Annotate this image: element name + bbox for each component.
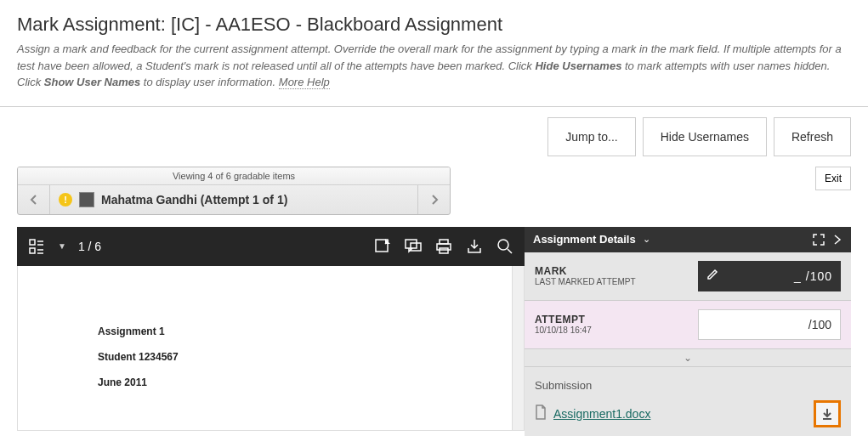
doc-line-2: Student 1234567 (98, 351, 432, 363)
submission-block: Submission Assignment1.docx (525, 367, 851, 436)
download-file-button[interactable] (814, 400, 841, 427)
attempt-input[interactable] (698, 309, 841, 340)
expand-icon[interactable] (812, 233, 825, 246)
avatar (79, 192, 94, 207)
svg-point-12 (498, 240, 508, 250)
hide-usernames-button[interactable]: Hide Usernames (643, 117, 767, 156)
file-icon (535, 405, 547, 423)
attempt-row: ATTEMPT 10/10/18 16:47 (525, 301, 851, 349)
annotate-icon[interactable] (373, 237, 392, 256)
pager-box: Viewing 4 of 6 gradable items ! Mahatma … (17, 167, 451, 215)
side-title-caret-icon[interactable]: ⌄ (643, 234, 650, 245)
doc-toolbar: ▼ 1 / 6 (17, 227, 525, 266)
page-title: Mark Assignment: [IC] - AA1ESO - Blackbo… (17, 14, 851, 36)
file-link[interactable]: Assignment1.docx (553, 407, 650, 421)
next-arrow-icon[interactable] (417, 185, 450, 214)
side-panel: Assignment Details ⌄ MARK LAST MARKED AT… (525, 227, 851, 436)
submission-title: Submission (535, 379, 841, 392)
file-row: Assignment1.docx (535, 400, 841, 427)
document-column: ▼ 1 / 6 Assignment 1 Stude (17, 227, 525, 436)
expand-row-icon[interactable]: ⌄ (525, 349, 851, 367)
mark-sub: LAST MARKED ATTEMPT (535, 277, 689, 286)
main-area: ▼ 1 / 6 Assignment 1 Stude (0, 227, 868, 436)
doc-page: Assignment 1 Student 1234567 June 2011 (38, 291, 491, 410)
exit-wrap: Exit (815, 167, 851, 190)
svg-rect-1 (30, 248, 35, 253)
scrollbar[interactable] (512, 266, 524, 430)
attempt-label: ATTEMPT (535, 314, 689, 325)
pager-header: Viewing 4 of 6 gradable items (18, 167, 450, 185)
thumbnails-caret-icon[interactable]: ▼ (58, 241, 66, 251)
svg-line-13 (508, 249, 512, 253)
pencil-icon (706, 269, 718, 284)
svg-rect-0 (30, 240, 35, 245)
page-header: Mark Assignment: [IC] - AA1ESO - Blackbo… (0, 0, 868, 98)
exit-button[interactable]: Exit (815, 167, 851, 190)
print-icon[interactable] (434, 237, 453, 256)
doc-viewer: Assignment 1 Student 1234567 June 2011 (17, 266, 525, 431)
student-name: Mahatma Gandhi (Attempt 1 of 1) (101, 193, 287, 207)
next-panel-icon[interactable] (832, 233, 842, 246)
page-info: 1 / 6 (78, 240, 101, 253)
warning-icon: ! (59, 193, 72, 207)
mark-labels: MARK LAST MARKED ATTEMPT (535, 265, 689, 286)
attempt-time: 10/10/18 16:47 (535, 325, 689, 335)
more-help-link[interactable]: More Help (279, 76, 330, 89)
svg-rect-11 (440, 248, 448, 253)
page-description: Assign a mark and feedback for the curre… (17, 41, 851, 91)
action-row: Jump to... Hide Usernames Refresh (0, 107, 868, 167)
doc-line-3: June 2011 (98, 376, 432, 388)
download-icon[interactable] (465, 237, 484, 256)
doc-line-1: Assignment 1 (98, 325, 432, 337)
comment-icon[interactable] (404, 237, 423, 256)
refresh-button[interactable]: Refresh (774, 117, 851, 156)
mark-label: MARK (535, 265, 689, 277)
svg-rect-8 (411, 243, 421, 251)
side-header: Assignment Details ⌄ (525, 227, 851, 252)
attempt-labels: ATTEMPT 10/10/18 16:47 (535, 314, 689, 335)
prev-arrow-icon[interactable] (18, 185, 50, 214)
jump-to-button[interactable]: Jump to... (547, 117, 635, 156)
mark-score: _ /100 (794, 269, 832, 283)
thumbnails-icon[interactable] (27, 237, 46, 256)
search-icon[interactable] (496, 237, 514, 256)
pager-center: ! Mahatma Gandhi (Attempt 1 of 1) (50, 185, 417, 214)
pager-body: ! Mahatma Gandhi (Attempt 1 of 1) (18, 185, 450, 214)
pager-row: Viewing 4 of 6 gradable items ! Mahatma … (0, 167, 868, 227)
mark-row: MARK LAST MARKED ATTEMPT _ /100 (525, 252, 851, 301)
doc-page-area[interactable]: Assignment 1 Student 1234567 June 2011 (18, 266, 512, 430)
mark-box[interactable]: _ /100 (698, 261, 841, 291)
side-title: Assignment Details (533, 233, 636, 246)
